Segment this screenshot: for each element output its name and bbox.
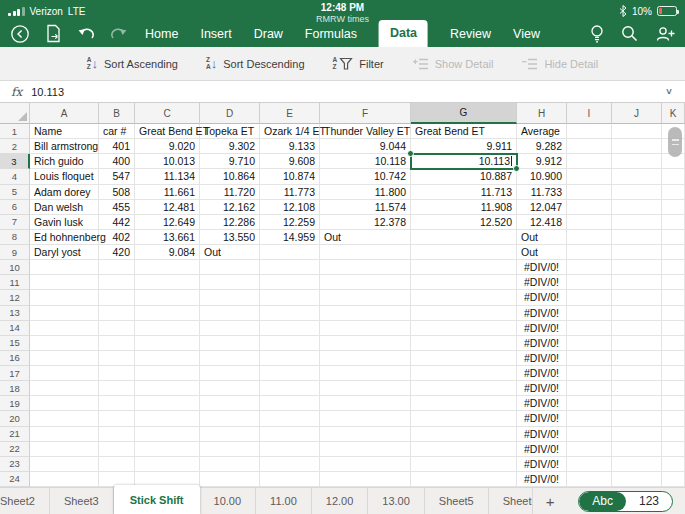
cell-A16[interactable] [30,351,99,366]
cell-E10[interactable] [260,260,320,275]
cell-G5[interactable]: 11.713 [411,185,517,200]
cell-H16[interactable]: #DIV/0! [517,351,567,366]
cell-A19[interactable] [30,396,99,411]
column-header-D[interactable]: D [200,103,260,124]
cell-D20[interactable] [200,411,260,426]
cell-E18[interactable] [260,381,320,396]
cell-C21[interactable] [135,427,200,442]
cell-D7[interactable]: 12.286 [200,215,260,230]
cell-E7[interactable]: 12.259 [260,215,320,230]
cell-B6[interactable]: 455 [99,200,135,215]
keyboard-mode-toggle[interactable]: Abc 123 [578,491,673,512]
cell-J13[interactable] [612,306,662,321]
cell-C7[interactable]: 12.649 [135,215,200,230]
row-header-21[interactable]: 21 [0,427,30,442]
row-header-4[interactable]: 4 [0,169,30,184]
sheet-tab-sheet5[interactable]: Sheet5 [425,488,489,514]
cell-B22[interactable] [99,442,135,457]
cell-K12[interactable] [662,290,685,305]
cell-D21[interactable] [200,427,260,442]
row-header-9[interactable]: 9 [0,245,30,260]
cell-K18[interactable] [662,381,685,396]
cell-C13[interactable] [135,306,200,321]
cell-F10[interactable] [320,260,411,275]
cell-I8[interactable] [567,230,612,245]
cell-K17[interactable] [662,366,685,381]
cell-G20[interactable] [411,411,517,426]
cell-A18[interactable] [30,381,99,396]
row-header-14[interactable]: 14 [0,321,30,336]
cell-H7[interactable]: 12.418 [517,215,567,230]
cell-I4[interactable] [567,169,612,184]
cell-A4[interactable]: Louis floquet [30,169,99,184]
sort-ascending-button[interactable]: AZ↓ Sort Ascending [87,57,178,70]
cell-I18[interactable] [567,381,612,396]
cell-K13[interactable] [662,306,685,321]
cell-H17[interactable]: #DIV/0! [517,366,567,381]
cell-D2[interactable]: 9.302 [200,139,260,154]
cell-E2[interactable]: 9.133 [260,139,320,154]
cell-J3[interactable] [612,154,662,169]
cell-H1[interactable]: Average [517,124,567,139]
cell-B12[interactable] [99,290,135,305]
cell-G23[interactable] [411,457,517,472]
cell-E17[interactable] [260,366,320,381]
cell-F19[interactable] [320,396,411,411]
search-button[interactable] [621,25,638,42]
ribbon-tab-home[interactable]: Home [145,27,178,41]
cell-J7[interactable] [612,215,662,230]
cell-H18[interactable]: #DIV/0! [517,381,567,396]
sheet-tab-sheet6[interactable]: Sheet6 [489,488,533,514]
cell-F14[interactable] [320,321,411,336]
column-header-F[interactable]: F [320,103,411,124]
cell-C15[interactable] [135,336,200,351]
numeric-keyboard-toggle[interactable]: 123 [626,492,672,511]
cell-A15[interactable] [30,336,99,351]
cell-K20[interactable] [662,411,685,426]
cell-D8[interactable]: 13.550 [200,230,260,245]
row-header-20[interactable]: 20 [0,411,30,426]
cell-E14[interactable] [260,321,320,336]
cell-K6[interactable] [662,200,685,215]
cell-A22[interactable] [30,442,99,457]
cell-B3[interactable]: 400 [99,154,135,169]
cell-B8[interactable]: 402 [99,230,135,245]
row-header-10[interactable]: 10 [0,260,30,275]
cell-B7[interactable]: 442 [99,215,135,230]
cell-E16[interactable] [260,351,320,366]
cell-A14[interactable] [30,321,99,336]
back-button[interactable] [10,24,30,44]
cell-I2[interactable] [567,139,612,154]
cell-E11[interactable] [260,275,320,290]
cell-K14[interactable] [662,321,685,336]
cell-C2[interactable]: 9.020 [135,139,200,154]
sheet-tab-13-00[interactable]: 13.00 [368,488,425,514]
cell-E8[interactable]: 14.959 [260,230,320,245]
cell-G6[interactable]: 11.908 [411,200,517,215]
cell-H11[interactable]: #DIV/0! [517,275,567,290]
cell-I24[interactable] [567,472,612,487]
cell-C20[interactable] [135,411,200,426]
cell-G9[interactable] [411,245,517,260]
cell-J6[interactable] [612,200,662,215]
cell-J21[interactable] [612,427,662,442]
cell-I1[interactable] [567,124,612,139]
formula-bar-collapse-chevron-icon[interactable]: ∨ [665,86,685,96]
cell-A24[interactable] [30,472,99,487]
cell-E3[interactable]: 9.608 [260,154,320,169]
cell-F12[interactable] [320,290,411,305]
cell-G13[interactable] [411,306,517,321]
sheet-tab-10-00[interactable]: 10.00 [200,488,257,514]
cell-A5[interactable]: Adam dorey [30,185,99,200]
cell-J8[interactable] [612,230,662,245]
ribbon-tab-review[interactable]: Review [450,27,491,41]
cell-H2[interactable]: 9.282 [517,139,567,154]
cell-G12[interactable] [411,290,517,305]
cell-B15[interactable] [99,336,135,351]
cell-K11[interactable] [662,275,685,290]
cell-E24[interactable] [260,472,320,487]
cell-H24[interactable]: #DIV/0! [517,472,567,487]
cell-D24[interactable] [200,472,260,487]
cell-J24[interactable] [612,472,662,487]
cell-E23[interactable] [260,457,320,472]
